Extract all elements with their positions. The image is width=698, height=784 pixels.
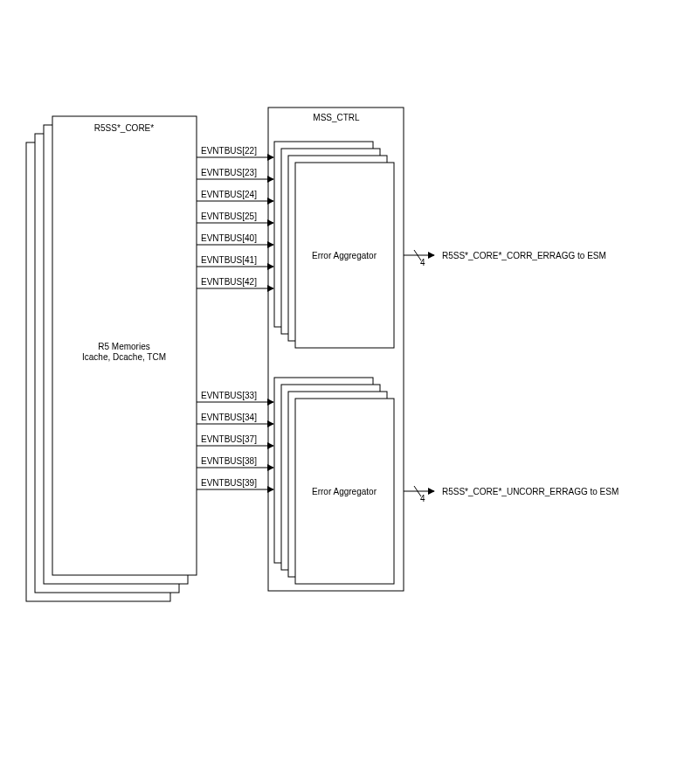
evntbus-label: EVNTBUS[41] (201, 255, 257, 265)
evntbus-label: EVNTBUS[22] (201, 146, 257, 156)
left-block: R5SS*_CORE* R5 Memories Icache, Dcache, … (26, 116, 197, 601)
left-block-title: R5SS*_CORE* (94, 123, 154, 133)
left-block-sub2: Icache, Dcache, TCM (82, 352, 166, 362)
evntbus-label: EVNTBUS[37] (201, 434, 257, 444)
evntbus-label: EVNTBUS[25] (201, 212, 257, 221)
diagram-canvas: R5SS*_CORE* R5 Memories Icache, Dcache, … (0, 0, 698, 784)
output-top-label: R5SS*_CORE*_CORR_ERRAGG to ESM (442, 251, 606, 260)
error-aggregator-top: Error Aggregator (274, 142, 394, 348)
evntbus-label: EVNTBUS[34] (201, 413, 257, 422)
evntbus-label: EVNTBUS[40] (201, 233, 257, 243)
evntbus-bot-group: EVNTBUS[33] EVNTBUS[34] EVNTBUS[37] EVNT… (197, 391, 273, 489)
evntbus-label: EVNTBUS[33] (201, 391, 257, 400)
error-aggregator-top-label: Error Aggregator (312, 251, 377, 260)
output-bot-label: R5SS*_CORE*_UNCORR_ERRAGG to ESM (442, 487, 619, 496)
evntbus-top-group: EVNTBUS[22] EVNTBUS[23] EVNTBUS[24] EVNT… (197, 146, 273, 288)
evntbus-label: EVNTBUS[23] (201, 168, 257, 177)
error-aggregator-bot: Error Aggregator (274, 378, 394, 584)
error-aggregator-bot-label: Error Aggregator (312, 487, 377, 496)
evntbus-label: EVNTBUS[24] (201, 190, 257, 199)
left-block-sub1: R5 Memories (98, 342, 149, 351)
output-bot-count: 4 (420, 494, 425, 503)
evntbus-label: EVNTBUS[38] (201, 456, 257, 466)
output-bot: 4 R5SS*_CORE*_UNCORR_ERRAGG to ESM (404, 486, 619, 503)
output-top: 4 R5SS*_CORE*_CORR_ERRAGG to ESM (404, 250, 606, 267)
output-top-count: 4 (420, 258, 425, 267)
evntbus-label: EVNTBUS[42] (201, 277, 257, 287)
evntbus-label: EVNTBUS[39] (201, 478, 257, 488)
right-block-title: MSS_CTRL (313, 113, 360, 122)
